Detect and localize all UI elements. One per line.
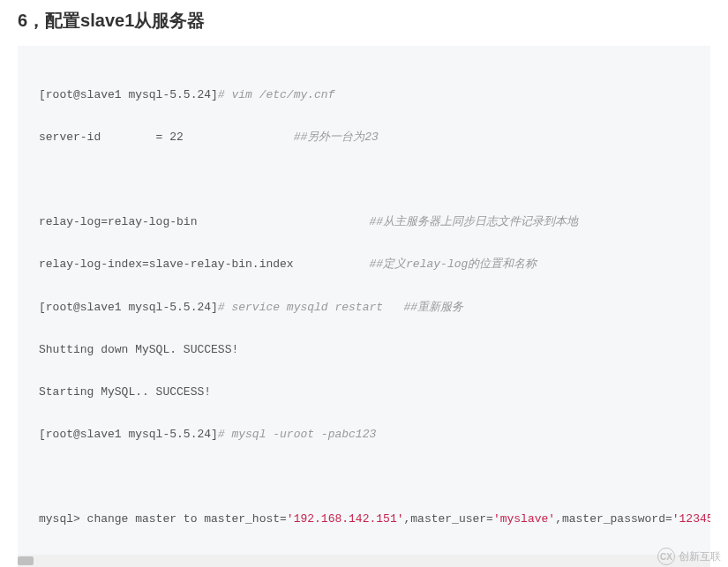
- shell-command: # service mysqld restart: [218, 301, 404, 314]
- watermark-logo-icon: CX: [657, 548, 675, 565]
- string-literal: '192.168.142.151': [287, 512, 404, 526]
- shell-command: # vim /etc/my.cnf: [218, 88, 335, 101]
- output-line: Shutting down MySQL. SUCCESS!: [39, 339, 689, 361]
- code-comment: ##从主服务器上同步日志文件记录到本地: [369, 215, 578, 228]
- shell-prompt: [root@slave1 mysql-5.5.24]: [39, 88, 218, 101]
- config-line: relay-log-index=slave-relay-bin.index: [39, 257, 369, 271]
- code-comment: ##重新服务: [403, 301, 463, 314]
- mysql-command: ,master_user=: [403, 512, 492, 526]
- horizontal-scrollbar[interactable]: [18, 555, 710, 567]
- section-heading: 6，配置slave1从服务器: [0, 0, 728, 46]
- string-literal: 'myslave': [493, 512, 555, 526]
- code-block: [root@slave1 mysql-5.5.24]# vim /etc/my.…: [18, 46, 710, 567]
- output-line: Starting MySQL.. SUCCESS!: [39, 382, 689, 403]
- mysql-command: mysql> change master to master_host=: [39, 512, 287, 526]
- code-comment: ##定义relay-log的位置和名称: [369, 257, 537, 271]
- shell-prompt: [root@slave1 mysql-5.5.24]: [39, 301, 218, 314]
- watermark-text: 创新互联: [679, 549, 721, 564]
- config-line: server-id = 22: [39, 131, 294, 144]
- watermark: CX 创新互联: [657, 548, 721, 565]
- string-literal: '123456: [672, 512, 710, 526]
- shell-command: # mysql -uroot -pabc123: [218, 428, 376, 441]
- config-line: relay-log=relay-log-bin: [39, 215, 369, 228]
- scrollbar-thumb[interactable]: [18, 556, 34, 565]
- mysql-command: ,master_password=: [555, 512, 672, 526]
- shell-prompt: [root@slave1 mysql-5.5.24]: [39, 428, 218, 441]
- code-comment: ##另外一台为23: [294, 131, 379, 144]
